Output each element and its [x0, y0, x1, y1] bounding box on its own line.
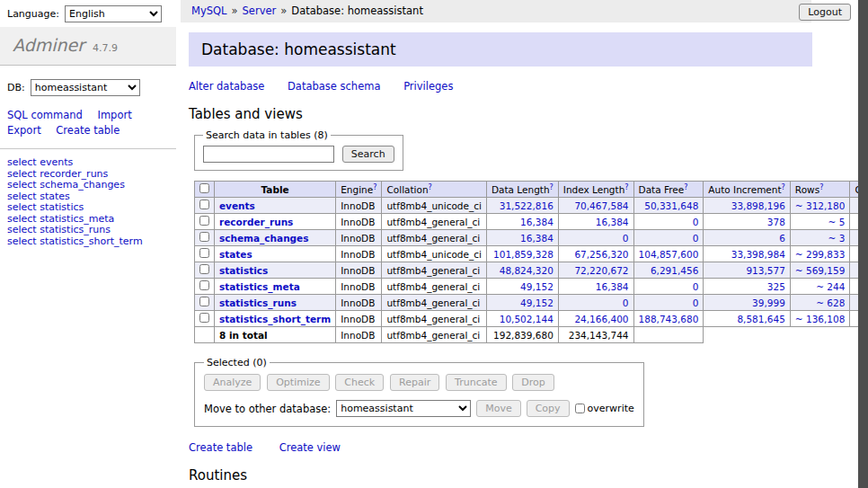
data-free-link[interactable]: 188,743,680: [639, 314, 699, 324]
scrollbar[interactable]: [858, 0, 868, 488]
sidebar-select-statistics[interactable]: select statistics: [7, 202, 169, 214]
rows-count-link[interactable]: ~ 312,180: [795, 200, 846, 211]
table-name-link[interactable]: statistics: [219, 265, 268, 276]
optimize-button[interactable]: Optimize: [267, 374, 329, 391]
check-button[interactable]: Check: [335, 374, 384, 391]
sidebar-create-table-link[interactable]: Create table: [56, 124, 120, 137]
search-button[interactable]: Search: [342, 146, 394, 163]
auto-increment-link[interactable]: 6: [779, 233, 785, 244]
data-free-link[interactable]: 104,857,600: [639, 249, 699, 260]
data-free-link[interactable]: 6,291,456: [651, 265, 698, 276]
auto-increment-link[interactable]: 325: [767, 281, 785, 292]
index-length-help-link[interactable]: ?: [624, 182, 628, 191]
data-length-link[interactable]: 49,152: [520, 281, 554, 292]
search-input[interactable]: [203, 146, 334, 163]
data-length-help-link[interactable]: ?: [550, 182, 554, 191]
auto-increment-link[interactable]: 913,577: [746, 265, 784, 276]
row-checkbox[interactable]: [199, 232, 209, 242]
auto-increment-link[interactable]: 378: [767, 217, 785, 227]
table-name-link[interactable]: states: [219, 249, 252, 260]
sidebar-select-events[interactable]: select events: [7, 157, 169, 169]
data-length-link[interactable]: 31,522,816: [500, 200, 554, 211]
create-table-link[interactable]: Create table: [189, 441, 252, 454]
breadcrumb-server-link[interactable]: Server: [243, 4, 277, 17]
data-free-link[interactable]: 0: [693, 281, 699, 292]
rows-count-link[interactable]: ~ 3: [828, 233, 846, 244]
data-free-link[interactable]: 0: [693, 233, 699, 244]
rows-count-link[interactable]: ~ 299,833: [795, 249, 846, 260]
move-button[interactable]: Move: [476, 400, 521, 417]
table-name-link[interactable]: statistics_short_term: [219, 314, 331, 324]
table-name-link[interactable]: events: [219, 200, 255, 211]
rows-count-link[interactable]: ~ 628: [816, 297, 845, 308]
alter-database-link[interactable]: Alter database: [189, 80, 264, 93]
row-checkbox[interactable]: [199, 200, 209, 209]
data-free-link[interactable]: 0: [693, 217, 699, 227]
rows-count-link[interactable]: ~ 136,108: [795, 314, 846, 324]
collation-help-link[interactable]: ?: [429, 182, 432, 191]
sidebar-select-statistics_runs[interactable]: select statistics_runs: [7, 225, 169, 236]
auto-increment-link[interactable]: 33,398,984: [731, 249, 785, 260]
data-length-link[interactable]: 10,502,144: [500, 314, 554, 324]
logout-button[interactable]: Logout: [799, 4, 851, 21]
rows-help-link[interactable]: ?: [819, 182, 823, 191]
overwrite-option[interactable]: overwrite: [575, 403, 634, 414]
breadcrumb-mysql-link[interactable]: MySQL: [191, 4, 227, 17]
auto-increment-link[interactable]: 33,898,196: [731, 200, 785, 211]
rows-cell: ~ 628: [790, 295, 850, 311]
engine-help-link[interactable]: ?: [373, 182, 376, 191]
privileges-link[interactable]: Privileges: [403, 80, 453, 93]
index-length-link[interactable]: 16,384: [596, 217, 629, 227]
auto-increment-help-link[interactable]: ?: [782, 182, 785, 191]
table-name-link[interactable]: statistics_runs: [219, 297, 297, 308]
import-link[interactable]: Import: [97, 109, 131, 121]
auto-increment-link[interactable]: 39,999: [752, 297, 785, 308]
create-view-link[interactable]: Create view: [279, 441, 341, 454]
data-length-link[interactable]: 101,859,328: [493, 249, 554, 260]
sql-command-link[interactable]: SQL command: [7, 109, 83, 121]
index-length-link[interactable]: 72,220,672: [574, 265, 628, 276]
language-select[interactable]: English: [65, 5, 162, 22]
table-name-link[interactable]: schema_changes: [219, 233, 309, 244]
analyze-button[interactable]: Analyze: [204, 374, 261, 391]
truncate-button[interactable]: Truncate: [446, 374, 506, 391]
row-checkbox[interactable]: [199, 297, 209, 306]
copy-button[interactable]: Copy: [527, 400, 570, 417]
rows-count-link[interactable]: ~ 569,159: [795, 265, 846, 276]
index-length-link[interactable]: 67,256,320: [574, 249, 628, 260]
export-link[interactable]: Export: [7, 124, 41, 137]
index-length-link[interactable]: 70,467,584: [574, 200, 628, 211]
data-length-link[interactable]: 16,384: [520, 217, 554, 227]
drop-button[interactable]: Drop: [512, 374, 554, 391]
index-length-link[interactable]: 0: [623, 233, 629, 244]
index-length-link[interactable]: 16,384: [596, 281, 629, 292]
index-length-link[interactable]: 24,166,400: [574, 314, 628, 324]
auto-increment-link[interactable]: 8,581,645: [737, 314, 784, 324]
index-length-link[interactable]: 0: [623, 297, 629, 308]
sidebar-select-statistics_short_term[interactable]: select statistics_short_term: [7, 236, 169, 248]
move-db-select[interactable]: homeassistant: [336, 400, 471, 417]
scrollbar-thumb[interactable]: [858, 0, 868, 488]
data-free-link[interactable]: 0: [693, 297, 699, 308]
row-checkbox[interactable]: [199, 313, 209, 323]
data-free-help-link[interactable]: ?: [684, 182, 687, 191]
repair-button[interactable]: Repair: [390, 374, 439, 391]
data-length-link[interactable]: 48,824,320: [500, 265, 554, 276]
data-free-link[interactable]: 50,331,648: [644, 200, 698, 211]
table-name-link[interactable]: recorder_runs: [219, 217, 293, 227]
rows-count-link[interactable]: ~ 5: [828, 217, 846, 227]
row-checkbox[interactable]: [199, 264, 209, 274]
row-checkbox[interactable]: [199, 216, 209, 226]
rows-count-link[interactable]: ~ 244: [816, 281, 845, 292]
overwrite-checkbox[interactable]: [575, 404, 585, 413]
db-select[interactable]: homeassistant: [31, 79, 140, 96]
data-length-link[interactable]: 16,384: [520, 233, 554, 244]
database-schema-link[interactable]: Database schema: [288, 80, 380, 93]
row-checkbox[interactable]: [199, 280, 209, 290]
row-checkbox[interactable]: [199, 248, 209, 258]
data-length-cell: 49,152: [486, 279, 558, 295]
select-all-checkbox[interactable]: [199, 183, 209, 193]
sidebar-select-schema_changes[interactable]: select schema_changes: [7, 180, 169, 191]
table-name-link[interactable]: statistics_meta: [219, 281, 300, 292]
data-length-link[interactable]: 49,152: [520, 297, 554, 308]
